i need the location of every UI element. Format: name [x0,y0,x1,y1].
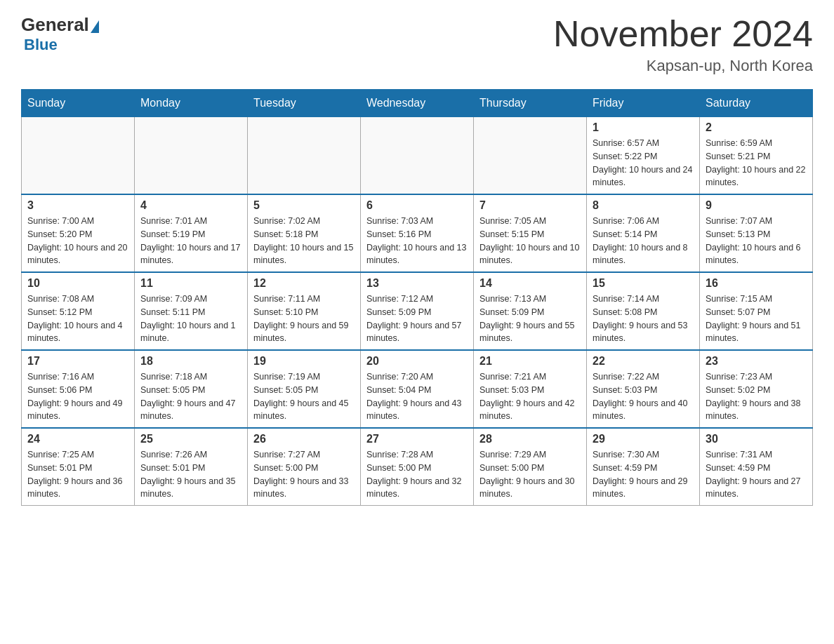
calendar-cell: 28Sunrise: 7:29 AMSunset: 5:00 PMDayligh… [474,428,587,506]
week-row-4: 17Sunrise: 7:16 AMSunset: 5:06 PMDayligh… [22,350,813,428]
month-title: November 2024 [553,14,813,54]
day-info: Sunrise: 6:59 AMSunset: 5:21 PMDaylight:… [706,137,807,189]
calendar-cell: 13Sunrise: 7:12 AMSunset: 5:09 PMDayligh… [361,272,474,350]
page-header: General Blue November 2024 Kapsan-up, No… [21,14,813,75]
day-number: 19 [253,355,355,368]
calendar-cell: 22Sunrise: 7:22 AMSunset: 5:03 PMDayligh… [587,350,700,428]
day-number: 13 [366,277,468,290]
logo-arrow-icon [91,20,99,33]
calendar-cell [361,117,474,195]
calendar-cell: 19Sunrise: 7:19 AMSunset: 5:05 PMDayligh… [248,350,361,428]
calendar-cell: 16Sunrise: 7:15 AMSunset: 5:07 PMDayligh… [700,272,813,350]
day-number: 21 [479,355,581,368]
day-info: Sunrise: 7:25 AMSunset: 5:01 PMDaylight:… [27,448,128,501]
day-info: Sunrise: 7:27 AMSunset: 5:00 PMDaylight:… [253,448,355,501]
day-info: Sunrise: 7:22 AMSunset: 5:03 PMDaylight:… [593,370,694,423]
calendar-cell: 30Sunrise: 7:31 AMSunset: 4:59 PMDayligh… [700,428,813,506]
day-info: Sunrise: 7:06 AMSunset: 5:14 PMDaylight:… [593,215,694,267]
day-info: Sunrise: 7:08 AMSunset: 5:12 PMDaylight:… [27,293,128,345]
calendar-cell: 25Sunrise: 7:26 AMSunset: 5:01 PMDayligh… [135,428,248,506]
day-number: 27 [366,433,468,445]
day-info: Sunrise: 7:05 AMSunset: 5:15 PMDaylight:… [479,215,581,267]
day-number: 22 [593,355,694,368]
logo: General Blue [21,14,99,54]
day-number: 24 [27,433,128,445]
calendar-cell: 11Sunrise: 7:09 AMSunset: 5:11 PMDayligh… [135,272,248,350]
day-number: 30 [706,433,807,445]
day-number: 23 [706,355,807,368]
day-number: 26 [253,433,355,445]
column-header-tuesday: Tuesday [248,90,361,117]
calendar-cell [248,117,361,195]
day-number: 4 [140,199,241,212]
location-subtitle: Kapsan-up, North Korea [553,57,813,75]
day-number: 5 [253,199,355,212]
day-number: 10 [27,277,128,290]
week-row-5: 24Sunrise: 7:25 AMSunset: 5:01 PMDayligh… [22,428,813,506]
day-info: Sunrise: 7:07 AMSunset: 5:13 PMDaylight:… [706,215,807,267]
calendar-cell: 23Sunrise: 7:23 AMSunset: 5:02 PMDayligh… [700,350,813,428]
day-info: Sunrise: 7:11 AMSunset: 5:10 PMDaylight:… [253,293,355,345]
column-header-friday: Friday [587,90,700,117]
calendar-cell: 9Sunrise: 7:07 AMSunset: 5:13 PMDaylight… [700,194,813,272]
title-block: November 2024 Kapsan-up, North Korea [553,14,813,75]
logo-blue-text: Blue [24,36,58,54]
calendar-cell: 3Sunrise: 7:00 AMSunset: 5:20 PMDaylight… [22,194,135,272]
day-number: 28 [479,433,581,445]
calendar-cell [474,117,587,195]
day-info: Sunrise: 7:02 AMSunset: 5:18 PMDaylight:… [253,215,355,267]
calendar-cell: 6Sunrise: 7:03 AMSunset: 5:16 PMDaylight… [361,194,474,272]
calendar-cell: 24Sunrise: 7:25 AMSunset: 5:01 PMDayligh… [22,428,135,506]
day-info: Sunrise: 7:19 AMSunset: 5:05 PMDaylight:… [253,370,355,423]
day-number: 12 [253,277,355,290]
week-row-3: 10Sunrise: 7:08 AMSunset: 5:12 PMDayligh… [22,272,813,350]
day-number: 6 [366,199,468,212]
column-header-wednesday: Wednesday [361,90,474,117]
day-number: 17 [27,355,128,368]
week-row-1: 1Sunrise: 6:57 AMSunset: 5:22 PMDaylight… [22,117,813,195]
day-info: Sunrise: 7:12 AMSunset: 5:09 PMDaylight:… [366,293,468,345]
calendar-cell: 21Sunrise: 7:21 AMSunset: 5:03 PMDayligh… [474,350,587,428]
day-number: 3 [27,199,128,212]
day-info: Sunrise: 7:26 AMSunset: 5:01 PMDaylight:… [140,448,241,501]
day-info: Sunrise: 7:03 AMSunset: 5:16 PMDaylight:… [366,215,468,267]
calendar-cell: 10Sunrise: 7:08 AMSunset: 5:12 PMDayligh… [22,272,135,350]
column-header-monday: Monday [135,90,248,117]
day-number: 11 [140,277,241,290]
calendar-cell: 8Sunrise: 7:06 AMSunset: 5:14 PMDaylight… [587,194,700,272]
calendar-header-row: SundayMondayTuesdayWednesdayThursdayFrid… [22,90,813,117]
calendar-cell: 15Sunrise: 7:14 AMSunset: 5:08 PMDayligh… [587,272,700,350]
day-info: Sunrise: 7:14 AMSunset: 5:08 PMDaylight:… [593,293,694,345]
day-info: Sunrise: 7:15 AMSunset: 5:07 PMDaylight:… [706,293,807,345]
day-info: Sunrise: 7:30 AMSunset: 4:59 PMDaylight:… [593,448,694,501]
day-info: Sunrise: 7:21 AMSunset: 5:03 PMDaylight:… [479,370,581,423]
day-number: 20 [366,355,468,368]
calendar-cell: 26Sunrise: 7:27 AMSunset: 5:00 PMDayligh… [248,428,361,506]
calendar-cell: 20Sunrise: 7:20 AMSunset: 5:04 PMDayligh… [361,350,474,428]
day-info: Sunrise: 7:09 AMSunset: 5:11 PMDaylight:… [140,293,241,345]
day-number: 9 [706,199,807,212]
calendar-cell: 1Sunrise: 6:57 AMSunset: 5:22 PMDaylight… [587,117,700,195]
day-info: Sunrise: 7:00 AMSunset: 5:20 PMDaylight:… [27,215,128,267]
day-info: Sunrise: 7:23 AMSunset: 5:02 PMDaylight:… [706,370,807,423]
day-info: Sunrise: 6:57 AMSunset: 5:22 PMDaylight:… [593,137,694,189]
calendar-cell: 29Sunrise: 7:30 AMSunset: 4:59 PMDayligh… [587,428,700,506]
day-number: 25 [140,433,241,445]
column-header-sunday: Sunday [22,90,135,117]
week-row-2: 3Sunrise: 7:00 AMSunset: 5:20 PMDaylight… [22,194,813,272]
calendar-table: SundayMondayTuesdayWednesdayThursdayFrid… [21,89,813,506]
calendar-cell: 27Sunrise: 7:28 AMSunset: 5:00 PMDayligh… [361,428,474,506]
column-header-thursday: Thursday [474,90,587,117]
day-number: 7 [479,199,581,212]
calendar-cell: 12Sunrise: 7:11 AMSunset: 5:10 PMDayligh… [248,272,361,350]
day-info: Sunrise: 7:28 AMSunset: 5:00 PMDaylight:… [366,448,468,501]
calendar-cell: 4Sunrise: 7:01 AMSunset: 5:19 PMDaylight… [135,194,248,272]
day-number: 1 [593,121,694,134]
calendar-cell: 18Sunrise: 7:18 AMSunset: 5:05 PMDayligh… [135,350,248,428]
calendar-cell [22,117,135,195]
day-info: Sunrise: 7:18 AMSunset: 5:05 PMDaylight:… [140,370,241,423]
calendar-cell: 7Sunrise: 7:05 AMSunset: 5:15 PMDaylight… [474,194,587,272]
day-number: 29 [593,433,694,445]
calendar-cell: 5Sunrise: 7:02 AMSunset: 5:18 PMDaylight… [248,194,361,272]
day-info: Sunrise: 7:29 AMSunset: 5:00 PMDaylight:… [479,448,581,501]
